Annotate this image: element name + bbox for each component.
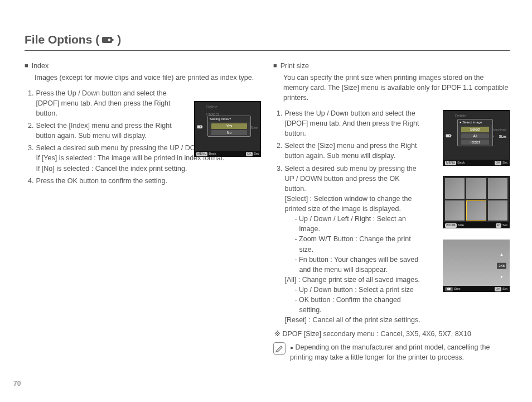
- step-number: 4.: [28, 176, 33, 186]
- svg-rect-4: [446, 135, 451, 138]
- camera-ui-size-dialog: Delete . Standard Size ● Select Image Se…: [443, 110, 510, 166]
- step-number: 2.: [277, 141, 282, 161]
- fn-pill: Fn: [496, 223, 501, 228]
- bullet-icon: ■: [25, 61, 28, 71]
- footer-size: Size: [454, 287, 461, 290]
- title-bar: File Options ( ): [25, 31, 510, 51]
- step-number: 2.: [28, 121, 33, 141]
- left-step-1: Press the Up / Down button and select th…: [36, 88, 173, 118]
- bullet-icon: ■: [273, 61, 277, 71]
- right-step-3-d2: - Zoom W/T Button : Change the print siz…: [294, 234, 422, 254]
- dialog-title: Setting Index?: [210, 117, 231, 121]
- svg-point-1: [108, 39, 110, 41]
- thumbnail: [488, 178, 507, 199]
- ok-pill: OK: [246, 152, 253, 156]
- svg-point-5: [449, 136, 450, 137]
- footer-set: Set: [502, 287, 507, 290]
- right-column: ■ Print size You can specify the print s…: [273, 61, 510, 362]
- menu-item-delete: Delete: [206, 104, 258, 110]
- index-desc: Images (except for movie clips and voice…: [35, 73, 261, 83]
- dialog-option-yes: Yes: [211, 123, 247, 128]
- right-step-3-d4: - Up / Down button : Select a print size: [294, 285, 422, 295]
- right-step-3-d3: - Fn button : Your changes will be saved…: [294, 255, 422, 275]
- secondary-menu-note: ※ DPOF [Size] secondary menu : Cancel, 3…: [274, 329, 510, 339]
- camera-ui-single-photo: ▲ 3X5 ▼ ◀▶Size OKSet: [443, 240, 510, 292]
- svg-rect-0: [102, 37, 112, 43]
- size-badge: 3X5: [497, 263, 506, 269]
- menu-item-delete: Delete: [455, 113, 506, 119]
- menu-pill: MENU: [196, 152, 207, 156]
- footer-back: Back: [209, 152, 216, 155]
- right-step-3-select: [Select] : Selection window to change th…: [284, 194, 422, 214]
- ok-pill: OK: [495, 287, 501, 291]
- footer-size: Size: [458, 223, 465, 227]
- page-number: 70: [13, 379, 21, 389]
- note-text: Depending on the manufacturer and print …: [290, 343, 490, 361]
- left-step-3c: If [No] is selected : Cancel the index p…: [36, 165, 187, 173]
- file-options-icon: [101, 35, 115, 44]
- right-step-1: Press the Up / Down button and select th…: [284, 108, 422, 138]
- index-heading: Index: [32, 61, 49, 71]
- thumbnail: [466, 178, 486, 199]
- right-step-3-all: [All] : Change print size of all saved i…: [284, 275, 422, 285]
- left-step-2: Select the [Index] menu and press the Ri…: [36, 121, 173, 141]
- left-column: ■ Index Images (except for movie clips a…: [25, 61, 261, 362]
- dialog-option-reset: Reset: [461, 140, 489, 145]
- footer-back: Back: [457, 161, 465, 164]
- menu-pill: MENU: [445, 161, 456, 165]
- camera-ui-index-dialog: Delete Protect . Size Setting Index? Yes…: [194, 101, 261, 157]
- step-number: 1.: [28, 88, 33, 118]
- zoom-pill: ZOOM: [445, 223, 457, 228]
- nav-pill: ◀▶: [445, 287, 453, 291]
- camera-ui-thumbnail-grid: ZOOMSize FnSet: [443, 176, 510, 228]
- printsize-heading: Print size: [280, 61, 309, 71]
- right-step-3-d1: - Up / Down / Left / Right : Select an i…: [294, 214, 422, 234]
- right-step-2: Select the [Size] menu and press the Rig…: [284, 141, 422, 161]
- thumbnail-selected: [466, 200, 486, 221]
- footer-set: Set: [502, 161, 507, 164]
- title-end: ): [117, 31, 121, 48]
- right-step-3a: Select a desired sub menu by pressing th…: [284, 165, 416, 193]
- right-step-3-reset: [Reset] : Cancel all of the print size s…: [284, 315, 422, 325]
- select-image-dialog: ● Select Image Select All Reset: [457, 119, 493, 146]
- thumbnail: [445, 178, 465, 199]
- ok-pill: OK: [495, 161, 501, 165]
- step-number: 3.: [277, 164, 282, 326]
- printsize-desc: You can specify the print size when prin…: [283, 73, 510, 103]
- thumbnail: [445, 200, 465, 221]
- svg-rect-2: [197, 126, 202, 129]
- setting-index-dialog: Setting Index? Yes No: [207, 116, 251, 137]
- note-icon: [273, 342, 286, 355]
- page-title: File Options ( ): [25, 31, 510, 48]
- arrow-down-icon: ▼: [500, 274, 504, 280]
- svg-point-3: [200, 127, 201, 128]
- thumbnail: [488, 200, 507, 221]
- dialog-option-select: Select: [461, 127, 489, 132]
- arrow-up-icon: ▲: [500, 252, 504, 257]
- left-step-4: Press the OK button to confirm the setti…: [36, 176, 261, 186]
- dialog-option-all: All: [461, 133, 489, 138]
- camera-file-icon: [196, 103, 204, 150]
- right-step-3-d5: - OK button : Confirm the changed settin…: [294, 295, 422, 315]
- step-number: 3.: [28, 143, 33, 173]
- dialog-title-select: Select Image: [462, 121, 482, 124]
- camera-file-icon: [445, 112, 453, 159]
- title-text: File Options (: [25, 31, 99, 48]
- footer-set: Set: [502, 223, 507, 227]
- step-number: 1.: [277, 108, 282, 138]
- dialog-option-no: No: [211, 130, 247, 135]
- footer-set: Set: [254, 152, 259, 155]
